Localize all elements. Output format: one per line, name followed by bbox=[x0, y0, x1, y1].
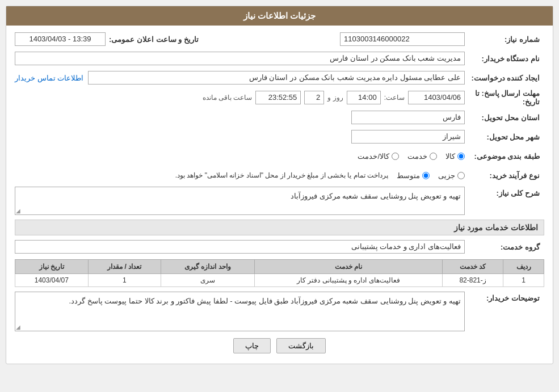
category-kala-khedmat[interactable]: کالا/خدمت bbox=[358, 152, 399, 161]
city-label: شهر محل تحویل: bbox=[465, 133, 544, 141]
creator-label: ایجاد کننده درخواست: bbox=[465, 74, 544, 82]
resize-icon-2: ◢ bbox=[16, 324, 20, 330]
col-header-name: نام خدمت bbox=[254, 260, 442, 274]
purchase-type-jozii-label: جزیی bbox=[438, 171, 455, 180]
general-desc-label: شرح کلی نیاز: bbox=[465, 187, 544, 197]
purchase-type-note: پرداخت تمام یا بخشی از مبلغ خریدار از مح… bbox=[175, 171, 388, 179]
deadline-time: 14:00 bbox=[347, 91, 381, 104]
category-kala-khedmat-label: کالا/خدمت bbox=[358, 152, 389, 161]
contact-link[interactable]: اطلاعات تماس خریدار bbox=[15, 74, 83, 82]
requester-label: نام دستگاه خریدار: bbox=[465, 54, 544, 63]
buyer-desc-label: توضیحات خریدار: bbox=[465, 292, 544, 302]
city-value: شیراز bbox=[351, 130, 465, 144]
deadline-days: 2 bbox=[304, 91, 324, 104]
col-header-quantity: تعداد / مقدار bbox=[88, 260, 161, 274]
announce-value: 1403/04/03 - 13:39 bbox=[15, 32, 106, 46]
purchase-type-motavaset[interactable]: متوسط bbox=[397, 171, 430, 180]
services-section-header: اطلاعات خدمات مورد نیاز bbox=[15, 220, 544, 235]
resize-icon: ◢ bbox=[16, 208, 20, 214]
category-kala[interactable]: کالا bbox=[445, 152, 465, 161]
deadline-label: مهلت ارسال پاسخ: تا تاریخ: bbox=[465, 89, 544, 106]
category-label: طبقه بندی موضوعی: bbox=[465, 152, 544, 161]
table-row: 1ز-821-82فعالیت‌های اداره و پشتیبانی دفت… bbox=[15, 274, 544, 287]
need-number-label: شماره نیاز: bbox=[465, 35, 544, 44]
requester-value: مدیریت شعب بانک مسکن در استان فارس bbox=[15, 52, 465, 65]
purchase-type-jozii[interactable]: جزیی bbox=[438, 171, 465, 180]
province-value: فارس bbox=[351, 111, 465, 124]
deadline-remaining: 23:52:55 bbox=[255, 91, 301, 104]
col-header-code: کد خدمت bbox=[442, 260, 503, 274]
services-table: ردیف کد خدمت نام خدمت واحد اندازه گیری ت… bbox=[15, 259, 544, 287]
purchase-type-label: نوع فرآیند خرید: bbox=[465, 171, 544, 180]
general-desc-value: تهیه و تعویض پنل روشنایی سقف شعبه مرکزی … bbox=[15, 187, 465, 215]
deadline-remaining-label: ساعت باقی مانده bbox=[203, 94, 253, 102]
back-button[interactable]: بازگشت bbox=[276, 338, 326, 353]
table-cell-row: 1 bbox=[503, 274, 544, 287]
buyer-desc-value: تهیه و تعویض پنل روشنایی سقف شعبه مرکزی … bbox=[15, 292, 465, 331]
page-title: جزئیات اطلاعات نیاز bbox=[6, 6, 553, 26]
need-number-value: 1103003146000022 bbox=[340, 32, 465, 46]
service-group-label: گروه خدمت: bbox=[465, 243, 544, 251]
buttons-row: بازگشت چاپ bbox=[15, 338, 544, 353]
table-cell-quantity: 1 bbox=[88, 274, 161, 287]
print-button[interactable]: چاپ bbox=[233, 338, 271, 353]
table-cell-code: ز-821-82 bbox=[442, 274, 503, 287]
service-group-value: فعالیت‌های اداری و خدمات پشتیبانی bbox=[15, 240, 465, 254]
category-kala-label: کالا bbox=[445, 152, 455, 161]
table-cell-name: فعالیت‌های اداره و پشتیبانی دفتر کار bbox=[254, 274, 442, 287]
category-khedmat[interactable]: خدمت bbox=[407, 152, 437, 161]
deadline-date: 1403/04/06 bbox=[408, 91, 465, 104]
creator-value: علی عطایی مسئول دایره مدیریت شعب بانک مس… bbox=[88, 71, 465, 85]
category-khedmat-label: خدمت bbox=[407, 152, 427, 161]
col-header-date: تاریخ نیاز bbox=[15, 260, 89, 274]
deadline-days-label: روز و bbox=[327, 94, 343, 102]
col-header-row: ردیف bbox=[503, 260, 544, 274]
col-header-unit: واحد اندازه گیری bbox=[161, 260, 255, 274]
deadline-time-label: ساعت: bbox=[384, 94, 405, 102]
table-cell-unit: سری bbox=[161, 274, 255, 287]
table-cell-date: 1403/04/07 bbox=[15, 274, 89, 287]
purchase-type-motavaset-label: متوسط bbox=[397, 171, 420, 180]
province-label: استان محل تحویل: bbox=[465, 113, 544, 122]
announce-label: تاریخ و ساعت اعلان عمومی: bbox=[106, 35, 203, 44]
